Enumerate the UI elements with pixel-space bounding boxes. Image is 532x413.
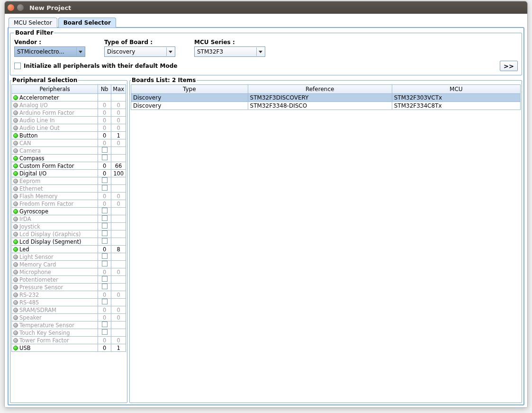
peripheral-row[interactable]: RS-23200 xyxy=(12,291,126,299)
peripheral-name: Touch Key Sensing xyxy=(19,330,70,336)
peripheral-row[interactable]: Accelerometer xyxy=(12,94,126,101)
peripheral-row[interactable]: Ethernet xyxy=(12,185,126,193)
peripheral-name: SRAM/SDRAM xyxy=(19,307,56,313)
boards-col-type[interactable]: Type xyxy=(131,85,248,94)
peripheral-name: Flash Memory xyxy=(19,193,58,200)
peripheral-row-checkbox[interactable] xyxy=(102,177,108,183)
peripherals-col-nb[interactable]: Nb xyxy=(98,85,111,94)
peripheral-row[interactable]: CAN00 xyxy=(12,139,126,147)
tab-board-selector[interactable]: Board Selector xyxy=(58,18,116,28)
peripheral-name: Tower Form Factor xyxy=(19,337,69,344)
peripheral-row[interactable]: USB01 xyxy=(12,344,126,352)
peripheral-row-checkbox[interactable] xyxy=(102,276,108,282)
peripheral-row[interactable]: Memory Card xyxy=(12,261,126,268)
peripheral-row-checkbox[interactable] xyxy=(102,155,108,160)
status-dot-icon xyxy=(13,293,18,297)
peripheral-row-checkbox[interactable] xyxy=(102,215,108,221)
board-type: Discovery xyxy=(131,102,248,110)
init-peripherals-label: Initialize all peripherals with their de… xyxy=(24,63,177,69)
peripheral-name: Gyroscope xyxy=(19,208,48,215)
peripheral-row[interactable]: Flash Memory00 xyxy=(12,193,126,200)
status-dot-icon xyxy=(13,277,18,282)
peripheral-row[interactable]: Arduino Form Factor00 xyxy=(12,109,126,117)
status-dot-icon xyxy=(13,255,18,259)
peripherals-col-max[interactable]: Max xyxy=(111,85,126,94)
peripheral-row-checkbox[interactable] xyxy=(102,185,108,191)
status-dot-icon xyxy=(13,95,18,100)
peripheral-row[interactable]: RS-485 xyxy=(12,299,126,306)
peripheral-row[interactable]: Custom Form Factor066 xyxy=(12,162,126,170)
peripheral-row[interactable]: Button01 xyxy=(12,132,126,139)
peripheral-name: USB xyxy=(19,345,31,351)
status-dot-icon xyxy=(13,323,18,328)
peripheral-name: Temperature Sensor xyxy=(19,322,74,329)
peripheral-row[interactable]: Eeprom xyxy=(12,177,126,185)
peripheral-row[interactable]: Digital I/O0100 xyxy=(12,170,126,177)
boards-col-ref[interactable]: Reference xyxy=(248,85,392,94)
peripheral-row[interactable]: Joystick xyxy=(12,223,126,230)
peripheral-row-checkbox[interactable] xyxy=(102,147,108,153)
series-label: MCU Series : xyxy=(194,39,265,46)
peripheral-name: Button xyxy=(19,132,38,139)
board-row[interactable]: DiscoverySTM32F3DISCOVERYSTM32F303VCTx xyxy=(131,94,521,102)
peripheral-row[interactable]: Compass xyxy=(12,155,126,162)
peripheral-row[interactable]: Led08 xyxy=(12,246,126,253)
peripheral-row-checkbox[interactable] xyxy=(102,299,108,304)
chevron-down-icon xyxy=(76,47,84,56)
status-dot-icon xyxy=(13,110,18,115)
peripheral-row[interactable]: SRAM/SDRAM00 xyxy=(12,306,126,314)
peripheral-row[interactable]: Potentiometer xyxy=(12,276,126,284)
status-dot-icon xyxy=(13,285,18,290)
type-label: Type of Board : xyxy=(104,39,175,46)
board-row[interactable]: DiscoverySTM32F3348-DISCOSTM32F334C8Tx xyxy=(131,102,521,110)
peripheral-row[interactable]: Pressure Sensor xyxy=(12,284,126,291)
peripheral-row[interactable]: Temperature Sensor xyxy=(12,321,126,329)
peripheral-row[interactable]: Camera xyxy=(12,147,126,155)
peripheral-row[interactable]: Lcd Display (Segment) xyxy=(12,238,126,246)
peripheral-row[interactable]: Speaker00 xyxy=(12,314,126,321)
peripheral-row[interactable]: Audio Line Out00 xyxy=(12,124,126,132)
status-dot-icon xyxy=(13,224,18,229)
window: New Project MCU Selector Board Selector … xyxy=(4,1,528,408)
peripheral-row-checkbox[interactable] xyxy=(102,208,108,213)
board-filter-group: Board Filter Vendor : STMicroelectro... … xyxy=(10,29,522,75)
type-combo-value: Discovery xyxy=(107,48,135,55)
close-icon[interactable] xyxy=(8,4,14,11)
peripheral-row[interactable]: Microphone00 xyxy=(12,268,126,276)
peripheral-row-checkbox[interactable] xyxy=(102,253,108,259)
peripheral-row-checkbox[interactable] xyxy=(102,284,108,289)
vendor-label: Vendor : xyxy=(14,39,85,46)
peripheral-row-checkbox[interactable] xyxy=(102,238,108,244)
peripheral-row[interactable]: Tower Form Factor00 xyxy=(12,337,126,344)
tab-panel: Board Filter Vendor : STMicroelectro... … xyxy=(8,27,524,405)
peripheral-row[interactable]: IrDA xyxy=(12,215,126,223)
board-reference: STM32F3348-DISCO xyxy=(248,102,392,110)
tab-mcu-selector[interactable]: MCU Selector xyxy=(9,18,57,28)
peripheral-name: Memory Card xyxy=(19,261,56,268)
peripheral-row[interactable]: Analog I/O00 xyxy=(12,101,126,109)
peripheral-row-checkbox[interactable] xyxy=(102,223,108,229)
peripheral-name: Speaker xyxy=(19,314,42,321)
peripheral-name: Custom Form Factor xyxy=(19,163,74,169)
peripheral-row-checkbox[interactable] xyxy=(102,321,108,327)
minimize-icon[interactable] xyxy=(17,4,24,11)
peripheral-row-checkbox[interactable] xyxy=(102,329,108,335)
peripheral-row[interactable]: Gyroscope xyxy=(12,208,126,215)
peripheral-row[interactable]: Light Sensor xyxy=(12,253,126,261)
peripherals-col-name[interactable]: Peripherals xyxy=(12,85,98,94)
peripheral-row[interactable]: Fredom Form Factor00 xyxy=(12,200,126,208)
peripheral-row[interactable]: Lcd Display (Graphics) xyxy=(12,230,126,238)
boards-col-mcu[interactable]: MCU xyxy=(392,85,520,94)
peripheral-row[interactable]: Audio Line In00 xyxy=(12,117,126,124)
next-button[interactable]: >> xyxy=(500,61,518,71)
type-combo[interactable]: Discovery xyxy=(104,46,175,57)
status-dot-icon xyxy=(13,247,18,252)
series-combo[interactable]: STM32F3 xyxy=(194,46,265,57)
init-peripherals-checkbox[interactable] xyxy=(14,63,21,69)
peripheral-row[interactable]: Touch Key Sensing xyxy=(12,329,126,337)
board-type: Discovery xyxy=(131,94,248,102)
peripheral-row-checkbox[interactable] xyxy=(102,261,108,266)
peripheral-row-checkbox[interactable] xyxy=(102,230,108,236)
vendor-combo[interactable]: STMicroelectro... xyxy=(14,46,85,57)
status-dot-icon xyxy=(13,338,18,343)
